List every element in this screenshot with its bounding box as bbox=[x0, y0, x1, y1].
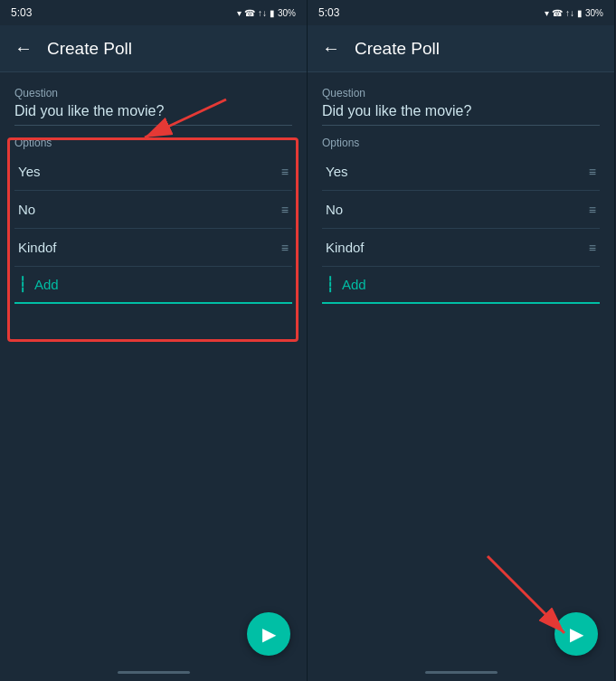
back-button-left[interactable]: ← bbox=[14, 38, 33, 59]
status-icons-right: ▾ ☎ ↑↓ ▮ 30% bbox=[545, 8, 603, 18]
battery-icon-right: ▮ bbox=[577, 8, 583, 18]
drag-handle-yes-right: ≡ bbox=[589, 165, 596, 179]
option-yes-right[interactable]: Yes ≡ bbox=[322, 153, 600, 191]
option-kindof-text-left: Kindof bbox=[18, 240, 57, 255]
option-no-text-right: No bbox=[326, 202, 343, 217]
question-value-right: Did you like the movie? bbox=[322, 103, 600, 126]
battery-percent: 30% bbox=[278, 8, 296, 18]
signal-icon-right: ▾ bbox=[545, 8, 549, 18]
home-indicator-right bbox=[308, 663, 614, 681]
option-yes-left[interactable]: Yes ≡ bbox=[14, 153, 292, 191]
drag-handle-kindof-right: ≡ bbox=[589, 241, 596, 255]
home-indicator-left bbox=[0, 663, 307, 681]
fab-button-right[interactable]: ▶ bbox=[554, 612, 598, 656]
question-section-left: Question Did you like the movie? bbox=[14, 87, 292, 126]
content-left: Question Did you like the movie? Options… bbox=[0, 72, 307, 663]
status-time-left: 5:03 bbox=[11, 6, 32, 19]
data-icon: ↑↓ bbox=[258, 8, 267, 18]
add-option-row-left[interactable]: ┆ Add bbox=[14, 267, 292, 304]
options-label-left: Options bbox=[14, 137, 292, 149]
question-section-right: Question Did you like the movie? bbox=[322, 87, 600, 126]
option-kindof-left[interactable]: Kindof ≡ bbox=[14, 229, 292, 267]
options-section-left: Options Yes ≡ No ≡ Kindof ≡ ┆ Add bbox=[14, 137, 292, 304]
left-panel: 5:03 ▾ ☎ ↑↓ ▮ 30% ← Create Poll Question… bbox=[0, 0, 308, 681]
question-label-right: Question bbox=[322, 87, 600, 99]
add-icon-left: ┆ bbox=[18, 276, 27, 293]
signal-icon: ▾ bbox=[237, 8, 242, 18]
fab-icon-left: ▶ bbox=[262, 623, 276, 645]
option-no-left[interactable]: No ≡ bbox=[14, 191, 292, 229]
fab-icon-right: ▶ bbox=[570, 623, 583, 645]
drag-handle-no-right: ≡ bbox=[589, 203, 596, 217]
call-icon-right: ☎ bbox=[552, 8, 563, 18]
add-icon-right: ┆ bbox=[326, 276, 335, 293]
option-yes-text-left: Yes bbox=[18, 164, 40, 179]
home-bar-left bbox=[118, 671, 190, 674]
add-option-row-right[interactable]: ┆ Add bbox=[322, 267, 600, 304]
battery-percent-right: 30% bbox=[585, 8, 603, 18]
top-bar-right: ← Create Poll bbox=[308, 25, 614, 72]
battery-icon: ▮ bbox=[270, 8, 275, 18]
data-icon-right: ↑↓ bbox=[565, 8, 574, 18]
drag-handle-no-left: ≡ bbox=[281, 203, 289, 217]
page-title-right: Create Poll bbox=[355, 39, 440, 59]
option-no-right[interactable]: No ≡ bbox=[322, 191, 600, 229]
fab-button-left[interactable]: ▶ bbox=[247, 612, 290, 656]
home-bar-right bbox=[425, 671, 498, 674]
call-icon: ☎ bbox=[244, 8, 255, 18]
add-option-text-right: Add bbox=[342, 277, 366, 292]
status-bar-right: 5:03 ▾ ☎ ↑↓ ▮ 30% bbox=[308, 0, 614, 25]
drag-handle-yes-left: ≡ bbox=[281, 165, 289, 179]
right-panel: 5:03 ▾ ☎ ↑↓ ▮ 30% ← Create Poll Question… bbox=[308, 0, 615, 681]
add-option-text-left: Add bbox=[34, 277, 59, 292]
drag-handle-kindof-left: ≡ bbox=[281, 241, 289, 255]
option-no-text-left: No bbox=[18, 202, 35, 217]
top-bar-left: ← Create Poll bbox=[0, 25, 307, 72]
back-button-right[interactable]: ← bbox=[322, 38, 340, 59]
content-right: Question Did you like the movie? Options… bbox=[308, 72, 614, 663]
status-time-right: 5:03 bbox=[318, 6, 339, 19]
page-title-left: Create Poll bbox=[47, 39, 132, 59]
option-yes-text-right: Yes bbox=[326, 164, 347, 179]
question-value-left: Did you like the movie? bbox=[14, 103, 292, 126]
option-kindof-right[interactable]: Kindof ≡ bbox=[322, 229, 600, 267]
options-section-right: Options Yes ≡ No ≡ Kindof ≡ ┆ Add bbox=[322, 137, 600, 304]
options-label-right: Options bbox=[322, 137, 600, 149]
question-label-left: Question bbox=[14, 87, 292, 99]
status-icons-left: ▾ ☎ ↑↓ ▮ 30% bbox=[237, 8, 296, 18]
status-bar-left: 5:03 ▾ ☎ ↑↓ ▮ 30% bbox=[0, 0, 307, 25]
option-kindof-text-right: Kindof bbox=[326, 240, 365, 255]
